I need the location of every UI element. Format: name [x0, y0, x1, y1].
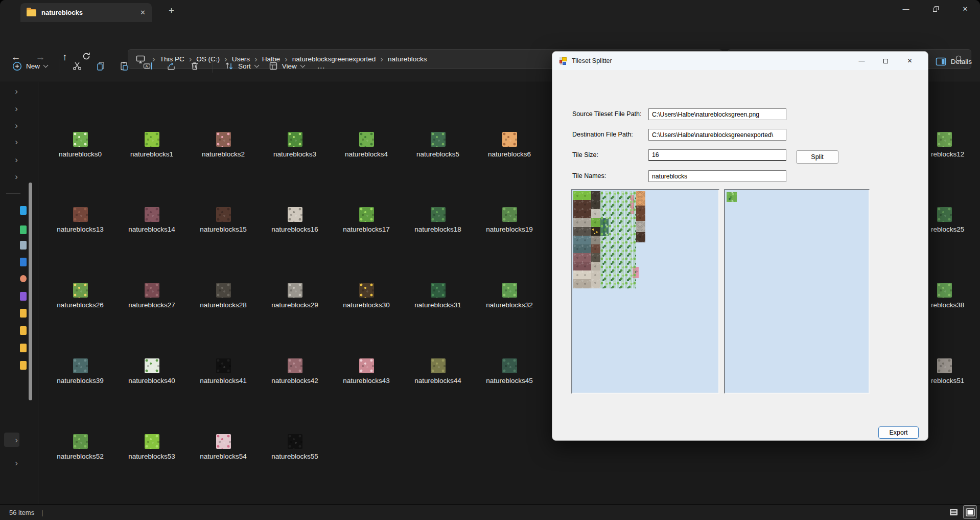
file-item[interactable]: natureblocks55 [259, 434, 331, 466]
tile-size-input[interactable] [648, 149, 786, 161]
export-button[interactable]: Export [878, 426, 919, 439]
sidebar-drive-icon[interactable] [20, 225, 27, 234]
file-label: natureblocks42 [271, 377, 318, 385]
file-label: natureblocks53 [128, 453, 175, 460]
delete-button[interactable] [183, 56, 206, 76]
sidebar-drive-icon[interactable] [20, 241, 27, 250]
file-item[interactable]: natureblocks45 [474, 358, 545, 390]
explorer-tab[interactable]: natureblocks ✕ [20, 3, 152, 22]
file-item[interactable]: natureblocks2 [188, 132, 259, 164]
sidebar-drive-icon[interactable] [20, 326, 27, 335]
more-options-button[interactable]: … [310, 56, 333, 76]
tree-expand-chevron-icon[interactable]: › [12, 87, 20, 96]
tree-expand-chevron-icon[interactable]: › [12, 459, 20, 467]
file-item[interactable]: natureblocks17 [331, 207, 402, 239]
tree-expand-chevron-icon[interactable]: › [12, 138, 20, 146]
file-item[interactable]: natureblocks52 [44, 434, 116, 466]
file-label: natureblocks29 [271, 301, 318, 309]
file-item[interactable]: reblocks51 [931, 358, 980, 390]
sidebar-drive-icon[interactable] [20, 292, 27, 301]
file-item[interactable]: natureblocks39 [44, 358, 116, 390]
file-item[interactable]: natureblocks14 [116, 207, 188, 239]
file-item[interactable]: natureblocks16 [259, 207, 331, 239]
tree-expand-chevron-icon[interactable]: › [12, 172, 20, 181]
file-item[interactable]: natureblocks29 [259, 283, 331, 314]
sidebar-drive-icon[interactable] [20, 344, 27, 352]
file-item[interactable]: natureblocks4 [331, 132, 402, 164]
file-item[interactable]: natureblocks44 [402, 358, 474, 390]
file-item[interactable]: natureblocks6 [474, 132, 545, 164]
copy-button[interactable] [89, 56, 112, 76]
restore-button[interactable] [921, 0, 950, 17]
new-tab-button[interactable]: + [169, 5, 174, 16]
file-item[interactable]: natureblocks41 [188, 358, 259, 390]
plus-circle-icon [12, 61, 22, 71]
file-item[interactable]: natureblocks27 [116, 283, 188, 314]
close-button[interactable]: ✕ [950, 0, 980, 17]
tree-expand-chevron-icon[interactable]: › [12, 436, 20, 444]
view-icon [269, 61, 278, 71]
file-item[interactable]: natureblocks0 [44, 132, 116, 164]
sidebar-drive-icon[interactable] [20, 309, 27, 318]
file-item[interactable]: natureblocks42 [259, 358, 331, 390]
tile-names-input[interactable] [648, 170, 786, 182]
tileset-splitter-titlebar[interactable]: Tileset Splitter — ✕ [552, 52, 928, 70]
sidebar-scrollbar[interactable] [29, 183, 32, 400]
sidebar-drive-icon[interactable] [20, 258, 27, 266]
sidebar-drive-icon[interactable] [20, 361, 27, 370]
file-item[interactable]: natureblocks26 [44, 283, 116, 314]
view-button[interactable]: View [264, 57, 310, 75]
svg-text:A: A [145, 64, 148, 69]
rename-button[interactable]: A [136, 56, 159, 76]
cut-button[interactable] [65, 56, 89, 76]
file-item[interactable]: natureblocks43 [331, 358, 402, 390]
file-item[interactable]: natureblocks13 [44, 207, 116, 239]
paste-icon [119, 61, 129, 71]
minimize-button[interactable]: — [891, 0, 921, 17]
file-item[interactable]: natureblocks3 [259, 132, 331, 164]
tree-expand-chevron-icon[interactable]: › [12, 155, 20, 164]
file-item[interactable]: natureblocks32 [474, 283, 545, 314]
thumbnail-view-button[interactable] [963, 505, 977, 519]
split-button[interactable]: Split [796, 150, 838, 164]
file-thumbnail-icon [288, 283, 302, 298]
file-item[interactable]: natureblocks30 [331, 283, 402, 314]
file-item[interactable]: natureblocks53 [116, 434, 188, 466]
tab-close-icon[interactable]: ✕ [140, 9, 146, 16]
source-path-input[interactable] [648, 108, 786, 120]
destination-path-label: Destination File Path: [572, 131, 633, 138]
share-button[interactable] [159, 56, 183, 76]
new-button[interactable]: New [7, 57, 53, 75]
file-item[interactable]: reblocks38 [931, 283, 980, 314]
file-thumbnail-icon [359, 207, 374, 222]
tree-expand-chevron-icon[interactable]: › [12, 121, 20, 130]
tileset-block [591, 262, 600, 270]
close-button[interactable]: ✕ [898, 52, 922, 70]
file-item[interactable]: reblocks25 [931, 207, 980, 239]
tileset-block [573, 218, 591, 227]
details-view-button[interactable] [947, 505, 961, 519]
file-item[interactable]: natureblocks18 [402, 207, 474, 239]
sidebar-drive-icon[interactable] [20, 275, 27, 282]
file-item[interactable]: natureblocks28 [188, 283, 259, 314]
file-thumbnail-icon [216, 207, 231, 222]
file-item[interactable]: natureblocks31 [402, 283, 474, 314]
paste-button[interactable] [112, 56, 136, 76]
details-pane-button[interactable]: Details [936, 57, 972, 66]
sidebar-drive-icon[interactable] [20, 206, 27, 215]
source-tileset-preview [571, 189, 719, 394]
tree-expand-chevron-icon[interactable]: › [12, 104, 20, 113]
file-label: natureblocks27 [128, 301, 175, 309]
file-item[interactable]: reblocks12 [931, 132, 980, 164]
destination-path-input[interactable] [648, 129, 786, 141]
file-item[interactable]: natureblocks54 [188, 434, 259, 466]
tileset-block [573, 279, 591, 288]
sort-button[interactable]: Sort [219, 57, 264, 75]
file-item[interactable]: natureblocks15 [188, 207, 259, 239]
maximize-button[interactable] [874, 52, 898, 70]
file-item[interactable]: natureblocks40 [116, 358, 188, 390]
file-item[interactable]: natureblocks5 [402, 132, 474, 164]
minimize-button[interactable]: — [850, 52, 874, 70]
file-item[interactable]: natureblocks19 [474, 207, 545, 239]
file-item[interactable]: natureblocks1 [116, 132, 188, 164]
